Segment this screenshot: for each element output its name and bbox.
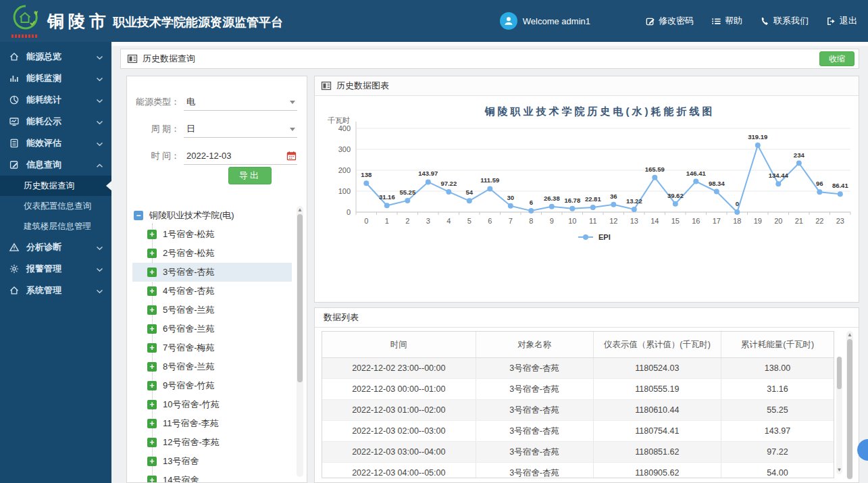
expand-node-icon[interactable]: + (147, 305, 157, 315)
logout-link[interactable]: 退出 (826, 15, 857, 27)
sidebar-item[interactable]: 信息查询 (0, 154, 111, 176)
chevron-down-icon (96, 246, 103, 251)
tree-node[interactable]: +7号宿舍-梅苑 (132, 338, 292, 357)
column-header[interactable]: 时间 (322, 332, 476, 358)
scroll-down-icon[interactable]: ▼ (836, 466, 842, 474)
table-cell: 1180610.44 (593, 400, 721, 421)
tree-node[interactable]: +4号宿舍-杏苑 (132, 282, 292, 301)
sidebar-item[interactable]: 系统管理 (0, 280, 111, 301)
contact-us-link[interactable]: 联系我们 (760, 15, 809, 27)
tree-node[interactable]: +8号宿舍-兰苑 (132, 357, 292, 376)
table-cell: 2022-12-03 04:00--05:00 (322, 463, 476, 479)
sidebar-item-label: 能源总览 (26, 51, 61, 63)
table-scrollbar[interactable]: ▼ (836, 357, 842, 474)
svg-text:165.59: 165.59 (645, 166, 665, 173)
sidebar-item[interactable]: 报警管理 (0, 258, 111, 280)
panel-scrollbar[interactable]: ▲ (846, 331, 853, 480)
tree-node[interactable]: +2号宿舍-松苑 (132, 244, 292, 263)
column-header[interactable]: 仪表示值（累计值）(千瓦时) (593, 332, 721, 358)
svg-text:54: 54 (466, 188, 474, 196)
table-row[interactable]: 2022-12-03 03:00--04:003号宿舍-杏苑1180851.62… (322, 442, 834, 463)
sidebar-item[interactable]: 能耗统计 (0, 89, 111, 111)
period-select[interactable]: 日 (184, 121, 297, 138)
expand-node-icon[interactable]: + (147, 457, 157, 466)
sidebar-item[interactable]: 分析诊断 (0, 236, 111, 258)
tree-node[interactable]: +3号宿舍-杏苑 (132, 263, 292, 282)
change-password-link[interactable]: 修改密码 (645, 15, 694, 27)
svg-text:143.97: 143.97 (418, 170, 438, 177)
expand-node-icon[interactable]: + (147, 286, 157, 296)
tree-node[interactable]: +13号宿舍 (132, 452, 292, 471)
scroll-thumb[interactable] (837, 357, 842, 389)
table-row[interactable]: 2022-12-02 23:00--00:003号宿舍-杏苑1180524.03… (322, 358, 834, 379)
svg-text:146.41: 146.41 (686, 170, 707, 177)
sidebar-subitem[interactable]: 仪表配置信息查询 (0, 196, 111, 216)
chart-panel-header: 历史数据图表 (315, 76, 859, 96)
expand-node-icon[interactable]: + (147, 362, 157, 372)
pie-chart-icon (9, 95, 20, 105)
calendar-icon[interactable] (286, 151, 297, 161)
svg-text:6: 6 (488, 217, 492, 225)
tree-node[interactable]: +5号宿舍-兰苑 (132, 301, 292, 320)
expand-node-icon[interactable]: + (147, 343, 157, 353)
list-icon (711, 16, 721, 26)
expand-node-icon[interactable]: + (147, 230, 157, 239)
page-title: 历史数据查询 (143, 53, 195, 65)
scroll-up-icon[interactable]: ▲ (297, 206, 303, 214)
table-row[interactable]: 2022-12-03 04:00--05:003号宿舍-杏苑1180905.62… (322, 463, 834, 479)
expand-node-icon[interactable]: + (147, 438, 157, 447)
tree-node[interactable]: +12号宿舍-李苑 (132, 433, 292, 452)
chevron-down-icon (96, 289, 103, 294)
tree-node[interactable]: +1号宿舍-松苑 (132, 225, 292, 244)
tree-node[interactable]: +6号宿舍-兰苑 (132, 320, 292, 338)
table-row[interactable]: 2022-12-03 02:00--03:003号宿舍-杏苑1180754.41… (322, 421, 834, 442)
tree-node[interactable]: +10号宿舍-竹苑 (132, 395, 292, 414)
chart-legend[interactable]: EPI (578, 233, 611, 241)
energy-type-select[interactable]: 电 (184, 94, 297, 111)
tree-root[interactable]: −铜陵职业技术学院(电) (132, 206, 292, 225)
tree-node[interactable]: +14号宿舍 (132, 471, 292, 482)
table-cell: 97.22 (721, 442, 834, 463)
expand-node-icon[interactable]: + (147, 268, 157, 277)
tree-scrollbar[interactable]: ▲ (297, 206, 303, 477)
table-cell: 3号宿舍-杏苑 (476, 400, 593, 421)
collapse-node-icon[interactable]: − (134, 211, 143, 220)
help-link[interactable]: 帮助 (711, 15, 742, 27)
svg-text:16: 16 (692, 217, 700, 225)
export-button[interactable]: 导出 (228, 167, 272, 184)
sidebar-item-label: 系统管理 (26, 284, 61, 297)
tree-node[interactable]: +11号宿舍-李苑 (132, 414, 292, 433)
sidebar-item[interactable]: 能耗监测 (0, 68, 111, 89)
scroll-thumb[interactable] (847, 339, 852, 479)
tree-node[interactable]: +9号宿舍-竹苑 (132, 376, 292, 395)
table-cell: 55.25 (721, 400, 834, 421)
date-input[interactable]: 2022-12-03 (184, 148, 297, 165)
sidebar-item[interactable]: 能效评估 (0, 132, 111, 154)
expand-node-icon[interactable]: + (147, 381, 157, 390)
logout-icon (826, 16, 836, 26)
sidebar-subitem[interactable]: 历史数据查询 (0, 176, 111, 196)
column-header[interactable]: 对象名称 (476, 332, 593, 358)
svg-text:0: 0 (364, 217, 368, 225)
svg-text:3: 3 (426, 217, 430, 225)
sidebar-item[interactable]: 能耗公示 (0, 111, 111, 132)
table-cell: 3号宿舍-杏苑 (476, 463, 593, 479)
sidebar-item[interactable]: 能源总览 (0, 46, 111, 68)
svg-text:11: 11 (589, 217, 596, 225)
expand-node-icon[interactable]: + (147, 249, 157, 258)
sidebar-subitem[interactable]: 建筑楼层信息管理 (0, 216, 111, 236)
user-menu[interactable]: Welcome admin1 (500, 12, 590, 30)
expand-node-icon[interactable]: + (147, 419, 157, 428)
table-row[interactable]: 2022-12-03 01:00--02:003号宿舍-杏苑1180610.44… (322, 400, 834, 421)
scroll-up-icon[interactable]: ▲ (846, 331, 853, 339)
expand-node-icon[interactable]: + (147, 324, 157, 334)
scroll-thumb[interactable] (297, 214, 303, 382)
column-header[interactable]: 累计耗能量(千瓦时) (721, 332, 834, 358)
expand-node-icon[interactable]: + (147, 400, 157, 409)
collapse-button[interactable]: 收缩 (819, 51, 854, 66)
app-window: 铜陵市 职业技术学院能源资源监管平台 Welcome admin1 (0, 0, 868, 483)
table-row[interactable]: 2022-12-03 00:00--01:003号宿舍-杏苑1180555.19… (322, 379, 834, 400)
tree-node-label: 3号宿舍-杏苑 (163, 266, 215, 278)
expand-node-icon[interactable]: + (147, 476, 157, 482)
table-cell: 3号宿舍-杏苑 (476, 379, 593, 400)
